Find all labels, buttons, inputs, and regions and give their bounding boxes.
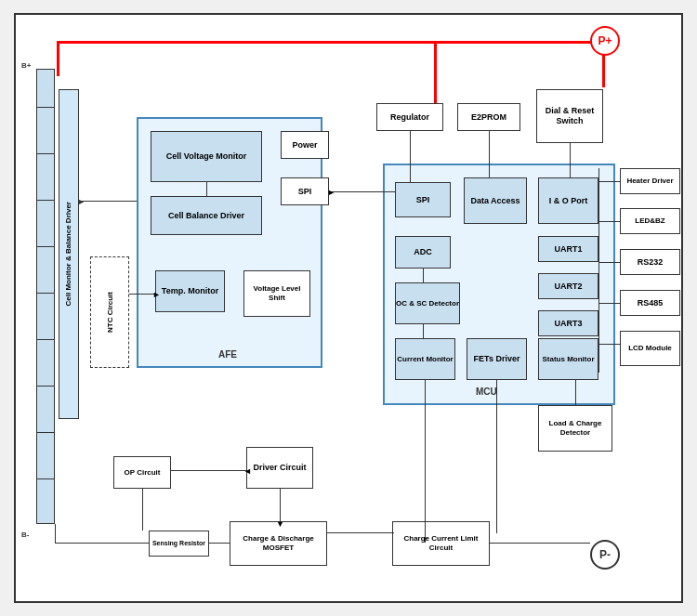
current-monitor-box: Current Monitor bbox=[395, 338, 455, 380]
afe-label: AFE bbox=[218, 349, 237, 360]
line-fets-bottom bbox=[496, 380, 497, 533]
spi-afe-box: SPI bbox=[281, 177, 329, 205]
driver-circuit-box: Driver Circuit bbox=[246, 447, 313, 489]
spi-mcu-box: SPI bbox=[395, 182, 451, 217]
op-circuit-box: OP Circuit bbox=[113, 456, 171, 489]
line-e2prom-down bbox=[489, 131, 490, 177]
line-sensing-cm bbox=[142, 543, 149, 544]
line-heater bbox=[598, 181, 620, 182]
adc-box: ADC bbox=[395, 236, 451, 269]
power-box: Power bbox=[281, 131, 329, 159]
data-access-box: Data Access bbox=[464, 177, 527, 224]
arrow-right-cell: ► bbox=[77, 197, 85, 206]
oc-sc-detector-box: OC & SC Detector bbox=[395, 282, 460, 324]
line-spi bbox=[329, 191, 395, 192]
pminus-circle: P- bbox=[590, 540, 620, 570]
line-op-down bbox=[142, 489, 143, 531]
cell-monitor-balance-driver-box: Cell Monitor & Balance Driver bbox=[59, 89, 79, 419]
line-oc-cm bbox=[423, 324, 424, 338]
line-driver-mosfet bbox=[280, 489, 281, 521]
battery-cells bbox=[36, 69, 55, 524]
voltage-level-shift-box: Voltage Level Shift bbox=[243, 270, 310, 317]
arrow-right-spi: ► bbox=[327, 188, 335, 197]
pminus-label: P- bbox=[599, 548, 611, 561]
line-lcd-up bbox=[575, 380, 576, 405]
dial-reset-switch-box: Dial & Reset Switch bbox=[536, 89, 603, 143]
line-sensing-right bbox=[209, 543, 230, 544]
line-adc-oc bbox=[423, 269, 424, 282]
line-regulator-down bbox=[410, 131, 411, 182]
led-bz-box: LED&BZ bbox=[620, 208, 680, 234]
rs232-box: RS232 bbox=[620, 249, 680, 275]
line-dial-down bbox=[570, 143, 571, 177]
line-ntc-afe bbox=[129, 294, 155, 295]
cell-balance-driver-box: Cell Balance Driver bbox=[151, 196, 262, 235]
line-led bbox=[598, 221, 620, 222]
sensing-resistor-box: Sensing Resistor bbox=[149, 531, 209, 557]
bminus-label: B- bbox=[21, 531, 29, 539]
e2prom-box: E2PROM bbox=[457, 103, 520, 131]
line-bottom-mosfet-right bbox=[327, 532, 394, 533]
regulator-box: Regulator bbox=[376, 103, 443, 131]
red-bus-left-v bbox=[57, 41, 59, 76]
line-v-right bbox=[598, 168, 599, 373]
line-cm-down bbox=[425, 380, 426, 543]
pplus-circle: P+ bbox=[590, 26, 620, 56]
mcu-label: MCU bbox=[476, 387, 497, 397]
status-monitor-box: Status Monitor bbox=[538, 338, 598, 380]
line-op-driver bbox=[171, 470, 246, 471]
line-charge-current-right bbox=[490, 543, 590, 544]
line-rs485 bbox=[598, 303, 620, 304]
arrow-down-driver: ▼ bbox=[276, 519, 284, 529]
heater-driver-box: Heater Driver bbox=[620, 168, 680, 194]
io-port-box: I & O Port bbox=[538, 177, 598, 224]
line-sensing-left bbox=[55, 543, 149, 544]
line-cell-afe bbox=[79, 201, 137, 202]
cell-voltage-monitor-box: Cell Voltage Monitor bbox=[151, 131, 262, 182]
diagram-container: P+ P- B+ B- Cell Monitor & Balance Drive… bbox=[14, 13, 683, 603]
load-charge-detector-box: Load & Charge Detector bbox=[538, 405, 612, 452]
bplus-label: B+ bbox=[21, 61, 31, 70]
pplus-label: P+ bbox=[598, 34, 612, 47]
rs485-box: RS485 bbox=[620, 290, 680, 316]
red-bus-top bbox=[57, 41, 605, 44]
lcd-module-box: LCD Module bbox=[620, 331, 680, 366]
arrow-right-op: ◄ bbox=[243, 466, 252, 476]
ntc-circuit-box: NTC Circuit bbox=[90, 256, 129, 368]
line-cv-cb bbox=[206, 182, 207, 196]
uart2-box: UART2 bbox=[538, 273, 598, 299]
temp-monitor-box: Temp. Monitor bbox=[155, 270, 225, 312]
line-lcd bbox=[598, 344, 620, 345]
fets-driver-box: FETs Driver bbox=[467, 338, 527, 380]
uart1-box: UART1 bbox=[538, 236, 598, 262]
uart3-box: UART3 bbox=[538, 310, 598, 336]
line-bminus-v bbox=[55, 524, 56, 543]
line-rs232 bbox=[598, 262, 620, 263]
arrow-right-ntc: ► bbox=[152, 290, 161, 299]
charge-current-limit-box: Charge Current Limit Circuit bbox=[392, 521, 490, 566]
